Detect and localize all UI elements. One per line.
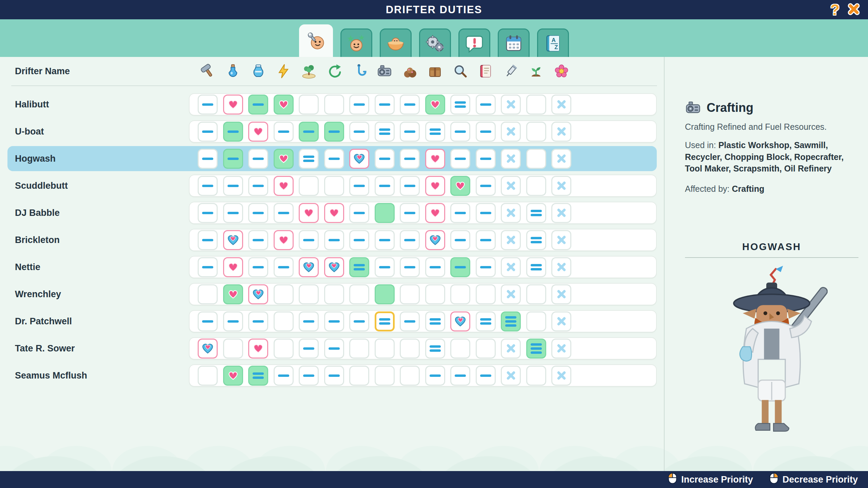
duty-cell-recycle-hp[interactable] — [324, 203, 344, 223]
book-column-icon[interactable] — [476, 61, 496, 81]
duty-cell-island-e[interactable] — [299, 176, 319, 196]
duty-cell-flower-x[interactable] — [551, 366, 571, 386]
duty-cell-energy-d1[interactable] — [274, 122, 294, 142]
duty-cell-recycle-d1[interactable] — [324, 149, 344, 169]
duty-cell-book-e[interactable] — [476, 284, 496, 304]
duty-cell-storage-hp[interactable] — [425, 149, 445, 169]
farming-column-icon[interactable] — [526, 61, 546, 81]
duty-cell-farming-e[interactable] — [526, 311, 546, 331]
duty-cell-farming-e[interactable] — [526, 95, 546, 115]
duty-cell-crafting-e[interactable] — [375, 339, 395, 359]
duty-cell-farming-e[interactable] — [526, 284, 546, 304]
tab-food[interactable] — [380, 28, 412, 57]
tab-production[interactable] — [419, 28, 451, 57]
duty-cell-island-e[interactable] — [299, 95, 319, 115]
duty-cell-hammer-d1[interactable] — [198, 230, 218, 250]
duty-cell-medical-d3g[interactable] — [501, 311, 521, 331]
duty-cell-book-d1[interactable] — [476, 176, 496, 196]
duty-cell-crafting-d1[interactable] — [375, 230, 395, 250]
storage-column-icon[interactable] — [425, 61, 445, 81]
drifter-name[interactable]: Hogwash — [15, 145, 56, 172]
duty-cell-research-hg[interactable] — [450, 176, 470, 196]
duty-cell-book-d2[interactable] — [476, 311, 496, 331]
duty-cell-book-d1[interactable] — [476, 257, 496, 277]
duty-cell-storage-d2[interactable] — [425, 122, 445, 142]
duty-cell-hammer-d1[interactable] — [198, 176, 218, 196]
duty-cell-compost-e[interactable] — [400, 366, 420, 386]
duty-cell-recycle-e[interactable] — [324, 95, 344, 115]
duty-cell-energy-hp[interactable] — [274, 230, 294, 250]
duty-cell-recycle-e[interactable] — [324, 284, 344, 304]
duty-cell-flower-x[interactable] — [551, 284, 571, 304]
duty-cell-compost-d1[interactable] — [400, 230, 420, 250]
duty-cell-flask-d1g[interactable] — [223, 122, 243, 142]
duty-cell-flask-d1[interactable] — [223, 176, 243, 196]
duty-cell-hook-d1[interactable] — [349, 311, 369, 331]
duty-cell-island-d1g[interactable] — [299, 122, 319, 142]
duty-cell-flask-hf[interactable] — [223, 230, 243, 250]
help-button[interactable]: ? — [830, 2, 840, 17]
duty-cell-book-d1[interactable] — [476, 149, 496, 169]
duty-cell-flower-x[interactable] — [551, 257, 571, 277]
duty-cell-hook-d1[interactable] — [349, 230, 369, 250]
duty-cell-medical-x[interactable] — [501, 203, 521, 223]
drifter-name[interactable]: Scuddlebutt — [15, 172, 68, 199]
duty-cell-research-d1[interactable] — [450, 230, 470, 250]
duty-cell-energy-e[interactable] — [274, 339, 294, 359]
energy-column-icon[interactable] — [274, 61, 294, 81]
duty-cell-book-d1[interactable] — [476, 122, 496, 142]
duty-cell-hammer-d1[interactable] — [198, 95, 218, 115]
duty-cell-compost-e[interactable] — [400, 339, 420, 359]
duty-cell-island-d1[interactable] — [299, 230, 319, 250]
duty-cell-hammer-d1[interactable] — [198, 122, 218, 142]
duty-cell-research-d1[interactable] — [450, 366, 470, 386]
duty-cell-research-d1[interactable] — [450, 203, 470, 223]
duty-cell-energy-d1[interactable] — [274, 203, 294, 223]
duty-cell-book-e[interactable] — [476, 339, 496, 359]
duty-cell-crafting-d2-highlighted[interactable] — [375, 311, 395, 331]
duty-cell-hook-d1[interactable] — [349, 122, 369, 142]
duty-cell-crafting-d1[interactable] — [375, 149, 395, 169]
duty-cell-flask-hg[interactable] — [223, 284, 243, 304]
duty-cell-storage-hg[interactable] — [425, 95, 445, 115]
duty-cell-energy-e[interactable] — [274, 284, 294, 304]
medical-column-icon[interactable] — [501, 61, 521, 81]
tab-alerts[interactable] — [458, 28, 490, 57]
duty-cell-storage-d1[interactable] — [425, 257, 445, 277]
drifter-name[interactable]: DJ Babble — [15, 199, 60, 226]
duty-cell-medical-x[interactable] — [501, 257, 521, 277]
drifter-name[interactable]: Seamus Mcflush — [15, 362, 87, 389]
duty-cell-farming-e[interactable] — [526, 176, 546, 196]
duty-cell-recycle-d1[interactable] — [324, 366, 344, 386]
duty-cell-compost-d1[interactable] — [400, 311, 420, 331]
duty-cell-medical-x[interactable] — [501, 339, 521, 359]
duty-cell-compost-d1[interactable] — [400, 176, 420, 196]
drifter-name[interactable]: Nettie — [15, 253, 40, 281]
duty-cell-hook-d1[interactable] — [349, 203, 369, 223]
tab-encyclopedia[interactable]: AZ — [537, 28, 569, 57]
duty-cell-flower-x[interactable] — [551, 311, 571, 331]
duty-cell-recycle-d1g[interactable] — [324, 122, 344, 142]
duty-cell-medical-x[interactable] — [501, 95, 521, 115]
duty-cell-book-d1[interactable] — [476, 203, 496, 223]
duty-cell-hook-e[interactable] — [349, 284, 369, 304]
duty-cell-flask-d1[interactable] — [223, 203, 243, 223]
duty-cell-jug-d1[interactable] — [248, 176, 268, 196]
duty-cell-farming-d3g[interactable] — [526, 339, 546, 359]
duty-cell-jug-d1[interactable] — [248, 149, 268, 169]
duty-cell-book-d1[interactable] — [476, 95, 496, 115]
duty-cell-flask-d1g[interactable] — [223, 149, 243, 169]
duty-cell-compost-d1[interactable] — [400, 122, 420, 142]
duty-cell-storage-hf[interactable] — [425, 230, 445, 250]
duty-cell-hammer-d1[interactable] — [198, 149, 218, 169]
duty-cell-island-d2[interactable] — [299, 149, 319, 169]
duty-cell-energy-e[interactable] — [274, 311, 294, 331]
duty-cell-compost-d1[interactable] — [400, 95, 420, 115]
duty-cell-flower-x[interactable] — [551, 230, 571, 250]
island-column-icon[interactable] — [299, 61, 319, 81]
duty-cell-compost-d1[interactable] — [400, 257, 420, 277]
duty-cell-compost-d1[interactable] — [400, 203, 420, 223]
duty-cell-flower-x[interactable] — [551, 149, 571, 169]
jug-column-icon[interactable] — [248, 61, 268, 81]
duty-cell-flower-x[interactable] — [551, 339, 571, 359]
